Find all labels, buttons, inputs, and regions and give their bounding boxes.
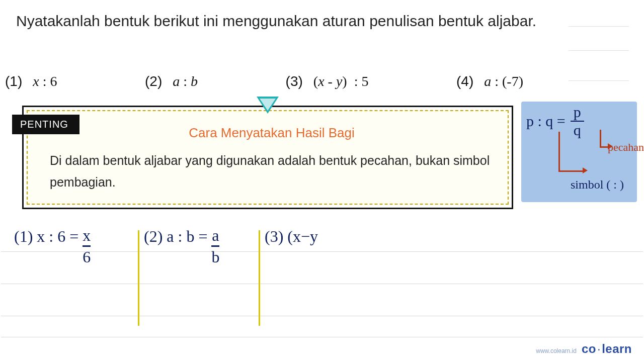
answer-3: (3) (x−y [265, 227, 318, 246]
option-number: (4) [456, 73, 473, 89]
blue-note: p : q = p q pecahan simbol ( : ) [521, 102, 637, 202]
arrow-icon [558, 132, 584, 172]
rule-line [569, 50, 629, 51]
fraction-bar [211, 245, 219, 247]
info-body: Di dalam bentuk aljabar yang digunakan a… [50, 150, 494, 193]
option-number: (1) [5, 73, 22, 89]
bluenote-label-pecahan: pecahan [608, 141, 644, 154]
question-text: Nyatakanlah bentuk berikut ini menggunak… [16, 10, 624, 32]
fraction-top: x [83, 227, 91, 243]
penting-label: PENTING [20, 119, 68, 130]
option-4: (4) a : (-7) [456, 73, 523, 89]
answer-1: (1) x : 6 = x 6 [14, 227, 91, 265]
answer-expr: (x−y [287, 227, 318, 246]
divider-line [138, 230, 139, 326]
fraction-top: a [212, 227, 219, 243]
divider-line [259, 230, 260, 326]
options-row: (1) x : 6 (2) a : b (3) (x - y) : 5 (4) … [5, 73, 523, 89]
fraction-top: p [571, 105, 584, 120]
info-box: Cara Menyatakan Hasil Bagi Di dalam bent… [22, 106, 513, 209]
fraction-bot: b [211, 249, 219, 265]
answer-expr: a : b = [167, 227, 207, 246]
brand-logo: co·learn [582, 342, 632, 356]
fraction-bot: 6 [83, 249, 91, 265]
answer-2: (2) a : b = a b [144, 227, 219, 265]
option-3: (3) (x - y) : 5 [286, 73, 369, 89]
bluenote-lhs: p : q = [526, 113, 566, 130]
fraction: a b [211, 227, 219, 265]
bluenote-label-simbol: simbol ( : ) [571, 178, 624, 192]
rule-line [1, 316, 643, 316]
brand-part-b: learn [602, 342, 632, 355]
triangle-marker-icon [257, 97, 279, 114]
answer-label: (1) [14, 227, 33, 246]
info-title: Cara Menyatakan Hasil Bagi [50, 125, 494, 141]
brand-part-a: co [582, 342, 596, 355]
fraction: x 6 [83, 227, 91, 265]
option-number: (2) [145, 73, 162, 89]
answer-label: (3) [265, 227, 283, 246]
answer-expr: x : 6 = [37, 227, 78, 246]
option-1: (1) x : 6 [5, 73, 57, 89]
option-number: (3) [286, 73, 303, 89]
answer-label: (2) [144, 227, 163, 246]
footer: www.colearn.id co·learn [536, 342, 632, 356]
rule-line [1, 337, 643, 337]
option-2: (2) a : b [145, 73, 198, 89]
rule-line [569, 80, 629, 81]
fraction-bar [83, 245, 91, 247]
worksheet-page: Nyatakanlah bentuk berikut ini menggunak… [0, 0, 644, 362]
worked-answers: (1) x : 6 = x 6 (2) a : b = a b (3) (x−y [12, 225, 634, 311]
penting-ribbon: PENTING [12, 115, 79, 134]
footer-site: www.colearn.id [536, 347, 577, 354]
